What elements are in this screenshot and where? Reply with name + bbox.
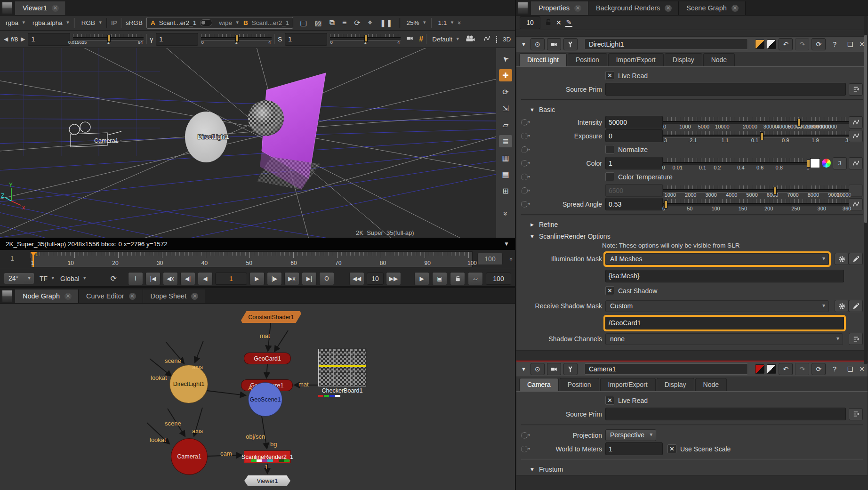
slider-handle[interactable] [760, 132, 764, 140]
color-temperature-checkbox[interactable] [605, 172, 614, 181]
select-tool[interactable]: ➤ [499, 53, 512, 65]
pause-icon[interactable]: ❚❚ [377, 18, 395, 27]
tab-camera[interactable]: Camera [519, 378, 559, 391]
stamp-tool[interactable]: ▤ [499, 168, 512, 180]
color-temperature-slider[interactable]: 1000200030004000500060007000800090001000… [663, 184, 849, 198]
animation-menu-icon[interactable]: ▾ [521, 160, 531, 167]
float-panel-button[interactable]: ❏ [844, 363, 857, 375]
gain-input[interactable] [28, 33, 70, 46]
panel-corner-icon[interactable] [2, 290, 12, 302]
source-prim-input[interactable] [605, 83, 846, 96]
scanlinerender-options-header[interactable]: ▼ScanlineRender Options [516, 230, 868, 242]
edit-pencil-icon[interactable]: ✎ [565, 18, 573, 27]
end-frame-box[interactable]: 100 [486, 273, 511, 285]
tab-display[interactable]: Display [665, 53, 702, 66]
input-process-button[interactable]: IP [111, 19, 117, 26]
node-color-swatch[interactable] [755, 364, 764, 374]
channels-dropdown[interactable]: rgba [3, 18, 26, 27]
animation-menu-icon[interactable]: ▾ [521, 174, 531, 180]
spread-angle-input[interactable] [605, 198, 663, 210]
timeline-scale-button[interactable]: ▱ [468, 272, 483, 285]
tab-position[interactable]: Position [568, 53, 607, 66]
goto-start-button[interactable]: |◀ [145, 272, 161, 285]
lut-curve-icon[interactable] [481, 35, 493, 44]
tab-import-export[interactable]: Import/Export [600, 378, 656, 391]
revert-button[interactable]: ⟳ [812, 38, 826, 50]
panel-corner-icon[interactable] [518, 2, 528, 14]
node-connection[interactable] [266, 364, 267, 378]
step-forward-button[interactable]: |▶ [267, 272, 282, 285]
viewer-process-dropdown[interactable]: Default [429, 35, 460, 44]
tab-display[interactable]: Display [657, 378, 694, 391]
tab-import-export[interactable]: Import/Export [608, 53, 664, 66]
lock-range-button[interactable] [450, 272, 465, 285]
close-tab-icon[interactable]: ✕ [665, 5, 672, 12]
node-directlight1[interactable]: DirectLight1 [169, 365, 208, 403]
close-tab-icon[interactable]: ✕ [64, 293, 72, 300]
spread-angle-slider[interactable]: 050100150200250300360 [663, 197, 849, 211]
node-checkerboard1[interactable]: CheckerBoard1 [318, 349, 366, 397]
zebra-stripes-icon[interactable]: ▨ [312, 18, 324, 27]
tab-node[interactable]: Node [703, 53, 735, 66]
basic-section-header[interactable]: ▼Basic [516, 104, 868, 115]
wrench-button[interactable] [563, 38, 578, 50]
exposure-slider[interactable]: -3-2.1-1.1-0.10.91.93 [663, 129, 849, 143]
tab-properties[interactable]: Properties✕ [531, 1, 588, 15]
display-mode-dropdown[interactable]: RGB [79, 18, 103, 27]
skew-tool[interactable]: ▱ [499, 119, 512, 131]
translate-tool[interactable]: ✚ [499, 69, 512, 81]
center-node-button[interactable]: ⊙ [530, 363, 545, 375]
gain-slider[interactable]: 0.015625164 [73, 33, 144, 45]
prev-keyframe-button[interactable]: ◀x [163, 272, 178, 285]
collapse-arrow[interactable]: ▼ [519, 41, 528, 47]
close-panel-button[interactable]: ✕ [859, 365, 865, 373]
marquee-icon[interactable] [496, 36, 497, 43]
gear-icon[interactable] [835, 300, 849, 312]
loop-mode-icon[interactable]: ⟳ [111, 274, 117, 283]
viewport-3d[interactable]: Camera1 DirectLight1 Y Z [0, 48, 515, 238]
slider-handle[interactable] [364, 35, 368, 42]
projection-dropdown[interactable]: Perspective [605, 429, 656, 441]
tab-viewer1[interactable]: Viewer1✕ [15, 1, 66, 15]
scale-tool[interactable]: ⇲ [499, 102, 512, 114]
eyedropper-icon[interactable] [849, 253, 863, 265]
proxy-ratio-dropdown[interactable]: 1:1 [435, 18, 455, 27]
curve-button[interactable] [849, 116, 863, 129]
frustum-section-header[interactable]: ▼Frustum [516, 463, 868, 475]
light-toggle-button[interactable] [547, 363, 561, 375]
animation-menu-icon[interactable]: ▾ [521, 119, 531, 126]
slider-handle[interactable] [664, 201, 667, 209]
node-connection[interactable] [195, 341, 203, 362]
tab-node-graph[interactable]: Node Graph✕ [15, 289, 79, 303]
a-input-dropdown[interactable]: Scanl...er2_1 [159, 19, 197, 26]
animation-menu-icon[interactable]: ▾ [521, 446, 531, 452]
animation-menu-icon[interactable]: ▾ [521, 432, 531, 439]
wipe-toggle[interactable] [200, 19, 212, 26]
color-slider[interactable]: 00.010.10.20.40.60.81 [663, 156, 810, 170]
redo-button[interactable]: ↷ [795, 363, 809, 375]
gamma-input[interactable] [156, 33, 198, 46]
tab-position[interactable]: Position [560, 378, 599, 391]
fstop-next-arrow[interactable]: ▶ [21, 36, 25, 42]
close-tab-icon[interactable]: ✕ [731, 5, 739, 12]
range-end-box[interactable]: 100 [477, 253, 503, 265]
use-scene-scale-checkbox[interactable] [667, 444, 676, 453]
node-thumbnail[interactable] [318, 349, 366, 386]
gain-toggle-icon[interactable] [403, 35, 416, 44]
node-geocard1[interactable]: GeoCard1 [244, 353, 291, 364]
channels-count-button[interactable]: 3 [833, 157, 847, 169]
gamma-slider[interactable]: 014 [201, 33, 272, 45]
animation-menu-icon[interactable]: ▾ [521, 133, 531, 139]
icon-color-swatch[interactable] [767, 40, 776, 49]
fstop-prev-arrow[interactable]: ◀ [4, 36, 8, 42]
node-color-swatch[interactable] [755, 40, 764, 49]
normalize-checkbox[interactable] [605, 145, 614, 154]
scanline-mode-icon[interactable]: ≡ [339, 18, 349, 27]
intensity-slider[interactable]: 0100050001000020000300004000050000600007… [663, 115, 849, 129]
fps-dropdown[interactable]: 24* [4, 273, 34, 284]
input-range-button[interactable]: I [128, 272, 143, 285]
timeline-ruler[interactable]: 1 1102030405060708090100 [30, 251, 473, 267]
properties-scrollbar[interactable] [864, 16, 868, 364]
help-button[interactable]: ? [828, 39, 841, 50]
pane-divider-horizontal[interactable] [0, 286, 515, 288]
